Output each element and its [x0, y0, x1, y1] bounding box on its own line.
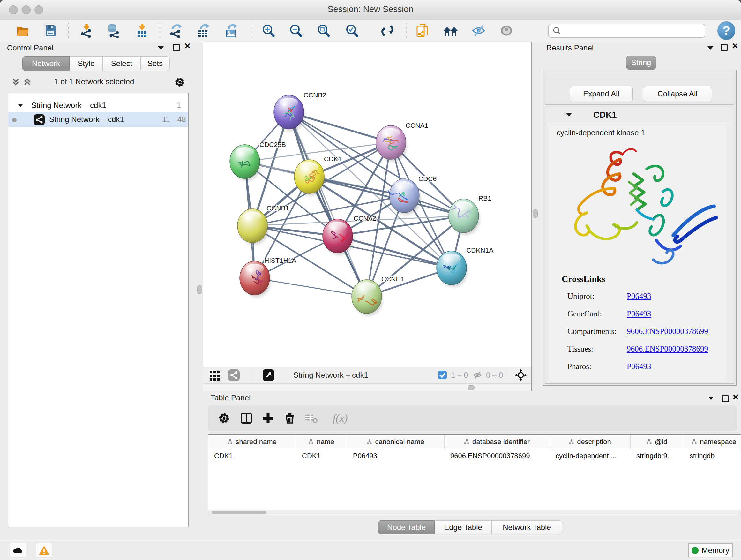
tab-select[interactable]: Select	[103, 56, 140, 71]
table-cell[interactable]: 9606.ENSP00000378699	[445, 449, 550, 462]
help-button[interactable]: ?	[718, 21, 735, 40]
table-cell[interactable]: CDK1	[208, 449, 296, 462]
results-scrollbar[interactable]	[726, 125, 731, 381]
delete-column-button[interactable]	[283, 411, 297, 425]
import-network-file-button[interactable]	[78, 22, 95, 39]
table-cell[interactable]: P06493	[347, 449, 445, 462]
table-cell[interactable]: stringdb:9...	[630, 449, 684, 462]
table-horizontal-scrollbar[interactable]	[208, 509, 741, 515]
column-header--id[interactable]: @id	[630, 435, 684, 449]
tab-network-table[interactable]: Network Table	[491, 520, 562, 535]
search-input[interactable]	[561, 26, 696, 35]
network-overview-button[interactable]	[228, 369, 240, 382]
column-header-name[interactable]: name	[296, 435, 347, 449]
zoom-in-button[interactable]	[260, 22, 277, 39]
node-HIST1H1A[interactable]	[240, 261, 271, 297]
crosslink-link[interactable]: 9606.ENSP00000378699	[627, 327, 708, 336]
node-RB1[interactable]	[449, 199, 480, 235]
crosslink-link[interactable]: P06493	[627, 362, 651, 371]
column-header-namespace[interactable]: namespace	[684, 435, 741, 449]
search-box[interactable]	[548, 23, 705, 38]
table-cell[interactable]: CDK1	[296, 449, 347, 462]
export-network-button[interactable]	[167, 22, 185, 39]
scrollbar-thumb[interactable]	[212, 510, 266, 514]
float-panel-icon[interactable]	[722, 395, 729, 402]
memory-button[interactable]: Memory	[688, 543, 733, 557]
table-settings-button[interactable]	[217, 411, 231, 425]
close-panel-icon[interactable]: ×	[185, 42, 191, 49]
node-CCNA1[interactable]	[376, 125, 407, 162]
node-CCNB1[interactable]	[238, 209, 268, 245]
tab-node-table[interactable]: Node Table	[378, 520, 434, 535]
node-CDC25B[interactable]	[230, 145, 261, 181]
import-table-button[interactable]	[133, 22, 151, 39]
node-CDK1[interactable]	[294, 160, 325, 196]
panel-resize-strip[interactable]	[203, 383, 531, 391]
splitter-handle[interactable]	[197, 286, 202, 294]
float-panel-icon[interactable]	[721, 44, 728, 51]
save-session-button[interactable]	[42, 22, 59, 39]
node-CCNB2[interactable]	[274, 95, 305, 131]
panel-menu-icon[interactable]	[158, 46, 164, 50]
expand-collection-icon[interactable]	[18, 104, 23, 107]
network-list-item[interactable]: String Network – cdk1 11 48	[8, 112, 188, 127]
refresh-button[interactable]	[379, 22, 396, 39]
fit-selected-crosshair-icon[interactable]	[515, 369, 527, 381]
open-session-button[interactable]	[14, 22, 31, 39]
expand-all-icon[interactable]	[23, 78, 31, 86]
hidden-eye-slash-icon[interactable]	[473, 371, 482, 380]
hide-glass-button[interactable]	[470, 22, 487, 39]
expand-all-button[interactable]: Expand All	[569, 86, 633, 102]
collapse-section-icon[interactable]	[566, 113, 572, 117]
panel-menu-icon[interactable]	[707, 46, 714, 50]
tab-sets[interactable]: Sets	[140, 56, 170, 71]
zoom-fit-button[interactable]	[315, 22, 332, 39]
table-cell[interactable]: stringdb	[684, 449, 741, 462]
show-columns-button[interactable]	[239, 411, 253, 425]
network-canvas[interactable]: CCNB2CCNA1CDC25BCDK1CDC6RB1CCNB1CCNA2CDK…	[203, 42, 531, 367]
export-image-button[interactable]	[223, 22, 240, 39]
collapse-all-icon[interactable]	[11, 78, 20, 86]
selected-checkbox-icon[interactable]	[438, 371, 447, 379]
grid-view-button[interactable]	[209, 369, 220, 382]
node-CDKN1A[interactable]	[436, 251, 468, 287]
network-collection-row[interactable]: String Network – cdk1 1	[8, 100, 188, 112]
tab-network[interactable]: Network	[22, 56, 70, 71]
import-network-database-button[interactable]	[105, 22, 122, 39]
tab-style[interactable]: Style	[70, 56, 103, 71]
node-CDC6[interactable]	[388, 179, 420, 215]
function-builder-button[interactable]: f(x)	[327, 411, 353, 425]
node-table[interactable]: shared namenamecanonical namedatabase id…	[208, 434, 741, 510]
detach-view-button[interactable]	[263, 369, 274, 382]
column-header-database-identifier[interactable]: database identifier	[445, 435, 550, 449]
float-panel-icon[interactable]	[173, 44, 180, 51]
edge-HIST1H1A-CCNE1[interactable]	[255, 278, 367, 297]
table-row[interactable]: CDK1CDK1P064939606.ENSP00000378699cyclin…	[208, 449, 741, 462]
column-header-canonical-name[interactable]: canonical name	[347, 435, 445, 449]
show-glass-button[interactable]	[498, 22, 515, 39]
tab-string[interactable]: String	[626, 56, 656, 70]
crosslink-link[interactable]: P06493	[627, 309, 651, 318]
column-header-shared-name[interactable]: shared name	[208, 435, 296, 449]
cloud-status-button[interactable]	[10, 543, 26, 557]
node-CCNE1[interactable]	[352, 280, 383, 316]
panel-menu-icon[interactable]	[709, 397, 714, 400]
warning-status-button[interactable]	[36, 543, 52, 557]
zoom-selected-button[interactable]	[343, 22, 360, 39]
gene-section-header[interactable]: CDK1	[545, 107, 734, 123]
export-table-button[interactable]	[195, 22, 212, 39]
network-graph[interactable]: CCNB2CCNA1CDC25BCDK1CDC6RB1CCNB1CCNA2CDK…	[203, 42, 531, 367]
zoom-out-button[interactable]	[287, 22, 305, 39]
change-species-button[interactable]	[442, 22, 459, 39]
table-cell[interactable]: cyclin-dependent ...	[550, 449, 630, 462]
crosslink-link[interactable]: P06493	[627, 292, 651, 301]
delete-table-button[interactable]	[305, 411, 319, 425]
crosslink-link[interactable]: 9606.ENSP00000378699	[627, 345, 708, 354]
node-CCNA2[interactable]	[323, 219, 354, 255]
add-column-button[interactable]	[261, 411, 275, 425]
column-header-description[interactable]: description	[550, 435, 630, 449]
tab-edge-table[interactable]: Edge Table	[434, 520, 491, 535]
close-panel-icon[interactable]: ×	[732, 42, 738, 49]
gear-icon[interactable]	[174, 77, 185, 87]
close-panel-icon[interactable]: ×	[733, 393, 739, 400]
